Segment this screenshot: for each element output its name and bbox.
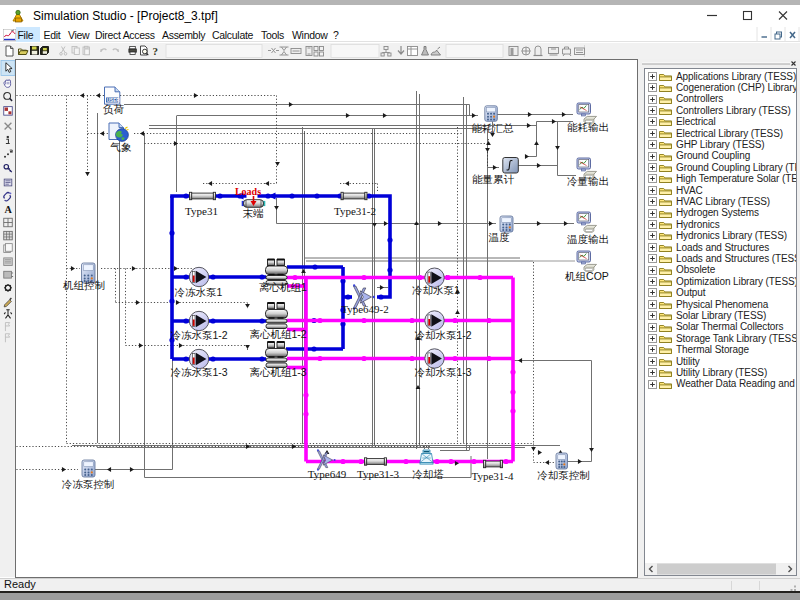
svg-text:?: ? xyxy=(153,45,159,57)
svg-text:Loads: Loads xyxy=(235,186,261,197)
svg-text:A: A xyxy=(5,204,13,215)
